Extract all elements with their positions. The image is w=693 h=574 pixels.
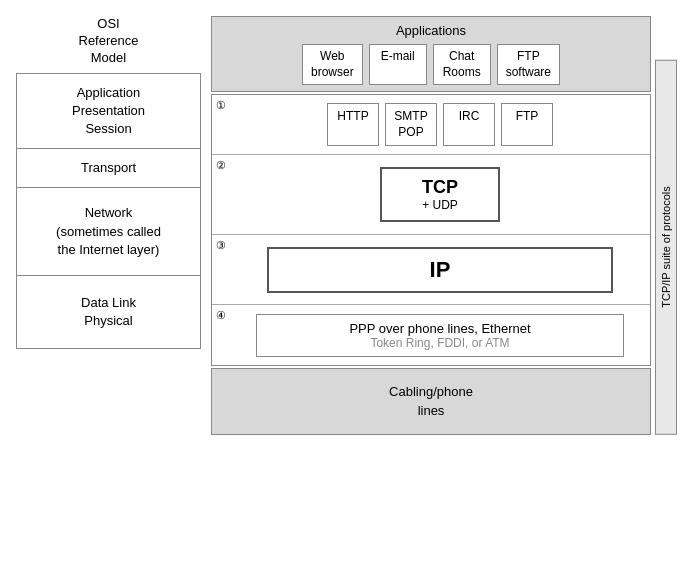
layer-row-3: ③ IP — [212, 235, 650, 305]
ip-main: IP — [269, 257, 612, 283]
main-container: OSI Reference Model Application Presenta… — [0, 0, 693, 574]
layer-content-2: TCP + UDP — [230, 155, 650, 234]
osi-row-network: Network (sometimes called the Internet l… — [16, 188, 201, 276]
layers-section: ① HTTP SMTP POP IRC FTP ② — [211, 94, 651, 366]
tcp-main: TCP — [422, 177, 458, 198]
protocol-boxes-1: HTTP SMTP POP IRC FTP — [236, 103, 644, 146]
osi-row-transport: Transport — [16, 149, 201, 188]
layer-num-4: ④ — [212, 305, 230, 322]
layer-num-1: ① — [212, 95, 230, 112]
ip-box: IP — [267, 247, 614, 293]
layer-content-4: PPP over phone lines, Ethernet Token Rin… — [230, 305, 650, 365]
osi-row-datalink: Data Link Physical — [16, 276, 201, 349]
layer-row-2: ② TCP + UDP — [212, 155, 650, 235]
proto-irc: IRC — [443, 103, 495, 146]
ppp-line2: Token Ring, FDDI, or ATM — [269, 336, 610, 350]
app-box-email: E-mail — [369, 44, 427, 85]
ppp-box: PPP over phone lines, Ethernet Token Rin… — [256, 314, 623, 357]
ppp-line1: PPP over phone lines, Ethernet — [269, 321, 610, 336]
osi-title: OSI Reference Model — [16, 16, 201, 73]
applications-section: Applications Web browser E-mail Chat Roo… — [211, 16, 651, 92]
cabling-section: Cabling/phone lines — [211, 368, 651, 434]
applications-boxes: Web browser E-mail Chat Rooms FTP softwa… — [220, 44, 642, 85]
app-box-ftpsoftware: FTP software — [497, 44, 560, 85]
layer-num-2: ② — [212, 155, 230, 172]
tcpip-label: TCP/IP suite of protocols — [655, 60, 677, 435]
applications-title: Applications — [220, 23, 642, 38]
diagram-content: Applications Web browser E-mail Chat Roo… — [211, 16, 651, 435]
tcp-sub: + UDP — [422, 198, 458, 212]
main-diagram: Applications Web browser E-mail Chat Roo… — [211, 16, 677, 435]
layer-content-3: IP — [230, 235, 650, 304]
tcp-box: TCP + UDP — [380, 167, 500, 222]
layer-row-1: ① HTTP SMTP POP IRC FTP — [212, 95, 650, 155]
layer-num-3: ③ — [212, 235, 230, 252]
app-box-webbrowser: Web browser — [302, 44, 363, 85]
app-box-chatrooms: Chat Rooms — [433, 44, 491, 85]
osi-column: OSI Reference Model Application Presenta… — [16, 16, 201, 349]
layer-row-4: ④ PPP over phone lines, Ethernet Token R… — [212, 305, 650, 365]
layer-content-1: HTTP SMTP POP IRC FTP — [230, 95, 650, 154]
proto-ftp: FTP — [501, 103, 553, 146]
proto-smtp: SMTP POP — [385, 103, 437, 146]
osi-row-app: Application Presentation Session — [16, 73, 201, 150]
proto-http: HTTP — [327, 103, 379, 146]
